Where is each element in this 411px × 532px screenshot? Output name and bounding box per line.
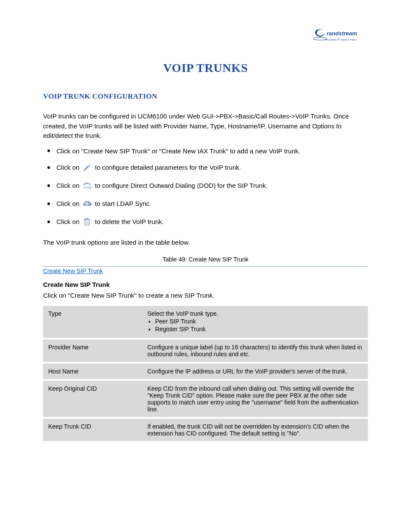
divider — [43, 266, 368, 267]
parameter-table: Type Select the VoIP trunk type. Peer SI… — [43, 304, 368, 443]
brand-logo: randstream Innovative IP Voice & Video — [43, 26, 368, 48]
subsection-desc: Click on "Create New SIP Trunk" to creat… — [43, 292, 368, 299]
param-value: Select the VoIP trunk type. Peer SIP Tru… — [142, 306, 368, 338]
table-link[interactable]: Create New SIP Trunk — [43, 268, 368, 274]
svg-text:DOD: DOD — [84, 186, 92, 190]
bullet-icon — [47, 221, 50, 223]
bullet-icon — [47, 149, 50, 152]
param-value: Configure a unique label (up to 16 chara… — [142, 339, 368, 362]
action-text-after: to configure detailed parameters for the… — [95, 164, 241, 171]
table-row: Type Select the VoIP trunk type. Peer SI… — [43, 306, 368, 338]
table-row: Provider Name Configure a unique label (… — [43, 339, 368, 362]
list-item: Click on to delete the VoIP trunk. — [47, 217, 368, 227]
param-value: Keep CID from the inbound call when dial… — [142, 381, 368, 417]
param-key: Host Name — [43, 364, 142, 379]
action-text-before: Click on — [56, 164, 79, 171]
table-row: Keep Trunk CID If enabled, the trunk CID… — [43, 419, 368, 441]
action-text-after: to delete the VoIP trunk. — [95, 218, 164, 225]
cloud-sync-icon — [82, 199, 92, 209]
param-value: If enabled, the trunk CID will not be ov… — [142, 419, 368, 441]
table-caption: Table 49: Create New SIP Trunk — [43, 256, 368, 263]
svg-text:randstream: randstream — [327, 30, 357, 37]
list-item: Click on to configure detailed parameter… — [47, 162, 368, 173]
table-row: Host Name Configure the IP address or UR… — [43, 364, 368, 379]
para2: The VoIP trunk options are listed in the… — [43, 238, 368, 248]
bullet-icon — [47, 184, 50, 187]
param-key: Keep Original CID — [43, 381, 142, 417]
actions-list: Click on "Create New SIP Trunk" or "Crea… — [47, 147, 368, 227]
dod-icon: DOD — [82, 180, 92, 191]
action-text-after: to configure Direct Outward Dialing (DOD… — [95, 182, 268, 189]
page-title: VOIP TRUNKS — [43, 61, 368, 75]
list-item: Click on to start LDAP Sync. — [47, 199, 368, 209]
grandstream-logo-icon: randstream Innovative IP Voice & Video — [312, 26, 368, 47]
action-text: Click on "Create New SIP Trunk" or "Crea… — [56, 147, 300, 155]
subsection-heading: Create New SIP Trunk — [43, 281, 368, 288]
param-lead: Select the VoIP trunk type. — [147, 310, 363, 317]
svg-text:Innovative IP Voice & Video: Innovative IP Voice & Video — [325, 38, 357, 41]
table-row: Keep Original CID Keep CID from the inbo… — [43, 381, 368, 417]
bullet-icon — [47, 166, 50, 169]
action-text-after: to start LDAP Sync. — [95, 200, 151, 207]
action-text-before: Click on — [56, 182, 79, 189]
param-value: Configure the IP address or URL for the … — [142, 364, 368, 379]
param-option: Register SIP Trunk — [155, 326, 363, 333]
trash-icon — [82, 217, 92, 227]
list-item: Click on "Create New SIP Trunk" or "Crea… — [47, 147, 368, 155]
param-key: Provider Name — [43, 339, 142, 362]
list-item: Click on DOD to configure Direct Outward… — [47, 180, 368, 191]
edit-icon — [82, 162, 92, 173]
param-key: Type — [43, 306, 142, 338]
param-key: Keep Trunk CID — [43, 419, 142, 441]
intro-paragraph: VoIP trunks can be configured in UCM6100… — [43, 112, 368, 141]
section-heading: VOIP TRUNK CONFIGURATION — [43, 92, 368, 101]
action-text-before: Click on — [56, 218, 79, 225]
param-option: Peer SIP Trunk — [155, 318, 363, 325]
action-text-before: Click on — [56, 200, 79, 207]
bullet-icon — [47, 202, 50, 205]
